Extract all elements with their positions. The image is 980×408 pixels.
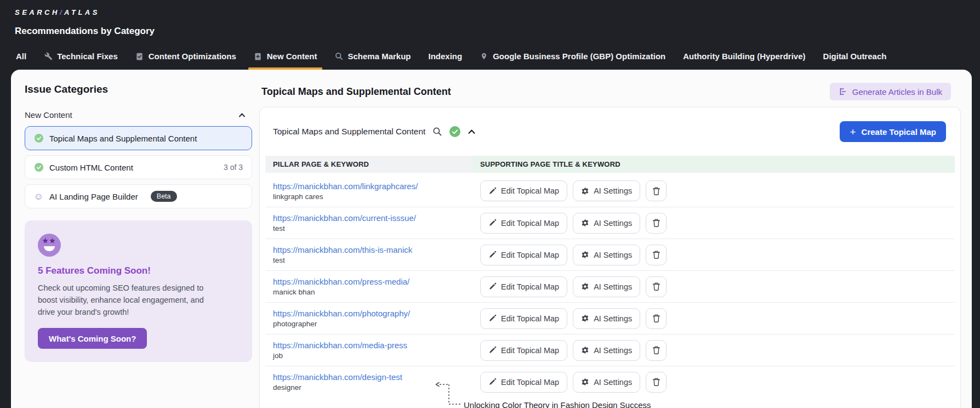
trash-icon [652, 186, 661, 196]
edit-topical-map-button[interactable]: Edit Topical Map [480, 276, 567, 297]
pillar-page-link[interactable]: https://manickbhan.com/media-press [273, 341, 472, 350]
gear-icon [581, 378, 589, 386]
card-title: Topical Maps and Supplemental Content [273, 127, 425, 137]
pencil-icon [488, 282, 497, 291]
edit-topical-map-button[interactable]: Edit Topical Map [480, 340, 567, 361]
whats-coming-soon-button[interactable]: What's Coming Soon? [38, 328, 147, 349]
gear-icon [581, 187, 589, 195]
sidebar-section-new-content[interactable]: New Content [25, 110, 252, 120]
location-pin-icon [480, 52, 488, 61]
delete-button[interactable] [646, 308, 666, 329]
coming-soon-promo-card: ★★ 5 Features Coming Soon! Check out upc… [25, 220, 252, 362]
check-circle-icon [34, 163, 43, 172]
section-label: New Content [25, 110, 72, 120]
table-row: https://manickbhan.com/media-press job E… [265, 334, 955, 366]
sidebar-item-topical-maps-and-supplemental-content[interactable]: Topical Maps and Supplemental Content [25, 126, 252, 150]
edit-topical-map-button[interactable]: Edit Topical Map [480, 213, 567, 234]
delete-button[interactable] [646, 340, 666, 361]
delete-button[interactable] [646, 180, 666, 201]
ai-settings-button[interactable]: AI Settings [573, 180, 640, 201]
tab-content-optimizations[interactable]: Content Optimizations [134, 52, 237, 70]
check-circle-badge [449, 126, 460, 137]
create-topical-map-button[interactable]: + Create Topical Map [840, 121, 946, 142]
tab-all[interactable]: All [15, 52, 27, 70]
collapse-chevron-up-icon[interactable] [468, 128, 476, 135]
delete-button[interactable] [646, 245, 666, 265]
table-row: https://manickbhan.com/photography/ phot… [265, 302, 955, 334]
tab-authority-building-hyperdrive[interactable]: Authority Building (Hyperdrive) [682, 52, 806, 70]
delete-button[interactable] [646, 372, 666, 393]
table-row: https://manickbhan.com/this-is-manick te… [265, 239, 955, 270]
edit-topical-map-button[interactable]: Edit Topical Map [480, 308, 567, 329]
section-title: Topical Maps and Supplemental Content [261, 86, 451, 98]
tab-new-content[interactable]: New Content [253, 52, 318, 70]
column-header-pillar: PILLAR PAGE & KEYWORD [265, 156, 472, 173]
search-atlas-logo: SEARCH/ATLAS [15, 8, 100, 16]
item-count: 3 of 3 [224, 163, 243, 172]
trash-icon [652, 250, 661, 259]
trash-icon [652, 345, 661, 355]
pencil-icon [488, 251, 497, 259]
ai-settings-button[interactable]: AI Settings [573, 276, 640, 297]
trash-icon [652, 314, 661, 323]
tab-google-business-profile-gbp-optimization[interactable]: Google Business Profile (GBP) Optimizati… [478, 52, 666, 70]
tab-indexing[interactable]: Indexing [428, 52, 464, 70]
dashed-arrow-connector [432, 380, 463, 408]
sidebar-title: Issue Categories [25, 83, 252, 95]
gear-icon [581, 346, 589, 354]
tab-technical-fixes[interactable]: Technical Fixes [43, 52, 119, 70]
promo-body: Check out upcoming SEO features designed… [38, 282, 221, 318]
delete-button[interactable] [646, 276, 666, 297]
pillar-keyword: test [273, 224, 472, 233]
table-row: https://manickbhan.com/current-isssue/ t… [265, 207, 955, 239]
trash-icon [652, 218, 661, 228]
pillar-page-link[interactable]: https://manickbhan.com/this-is-manick [273, 245, 472, 254]
column-header-supporting: SUPPORTING PAGE TITLE & KEYWORD [472, 156, 955, 173]
topical-maps-table: PILLAR PAGE & KEYWORD SUPPORTING PAGE TI… [265, 156, 955, 408]
promo-title: 5 Features Coming Soon! [38, 265, 239, 276]
top-bar: SEARCH/ATLAS Recommendations by Category… [0, 0, 980, 70]
pillar-keyword: test [273, 256, 472, 264]
ai-settings-button[interactable]: AI Settings [573, 372, 640, 393]
sidebar-item-ai-landing-page-builder[interactable]: ☺ AI Landing Page Builder Beta [25, 184, 252, 208]
delete-button[interactable] [646, 213, 666, 234]
page-title: Recommendations by Category [15, 26, 155, 37]
tab-digital-outreach[interactable]: Digital Outreach [822, 52, 888, 70]
document-check-icon [135, 52, 144, 61]
edit-topical-map-button[interactable]: Edit Topical Map [480, 372, 567, 393]
edit-topical-map-button[interactable]: Edit Topical Map [480, 180, 567, 201]
supporting-page-title: Unlocking Color Theory in Fashion Design… [464, 400, 651, 408]
tab-bar: All Technical Fixes Content Optimization… [15, 52, 887, 70]
pillar-page-link[interactable]: https://manickbhan.com/press-media/ [273, 277, 472, 286]
ai-settings-button[interactable]: AI Settings [573, 245, 640, 265]
pillar-page-link[interactable]: https://manickbhan.com/linkgraphcares/ [273, 182, 472, 191]
pillar-page-link[interactable]: https://manickbhan.com/photography/ [273, 309, 472, 318]
edit-topical-map-button[interactable]: Edit Topical Map [480, 245, 567, 265]
table-row: https://manickbhan.com/press-media/ mani… [265, 270, 955, 302]
search-icon[interactable] [432, 127, 442, 137]
pillar-keyword: job [273, 352, 472, 360]
magnifier-icon [334, 52, 343, 61]
tab-schema-markup[interactable]: Schema Markup [333, 52, 412, 70]
pencil-icon [488, 187, 497, 195]
check-circle-icon [34, 134, 43, 143]
pillar-keyword: linkgraph cares [273, 192, 472, 201]
ai-settings-button[interactable]: AI Settings [573, 213, 640, 234]
wrench-icon [44, 52, 53, 61]
pencil-icon [488, 378, 497, 386]
table-row: https://manickbhan.com/design-test desig… [265, 366, 955, 398]
pencil-icon [488, 314, 497, 322]
beta-badge: Beta [151, 191, 177, 202]
pillar-keyword: manick bhan [273, 288, 472, 296]
ai-settings-button[interactable]: AI Settings [573, 308, 640, 329]
trash-icon [652, 282, 661, 291]
ai-settings-button[interactable]: AI Settings [573, 340, 640, 361]
main-content: Topical Maps and Supplemental Content Ge… [259, 83, 961, 408]
generate-articles-in-bulk-button[interactable]: Generate Articles in Bulk [830, 83, 951, 100]
document-plus-icon [254, 52, 263, 61]
gear-icon [581, 282, 589, 291]
sidebar-item-custom-html-content[interactable]: Custom HTML Content 3 of 3 [25, 155, 252, 179]
pillar-page-link[interactable]: https://manickbhan.com/current-isssue/ [273, 213, 472, 223]
list-tree-icon [839, 87, 847, 96]
chevron-up-icon[interactable] [238, 112, 246, 118]
